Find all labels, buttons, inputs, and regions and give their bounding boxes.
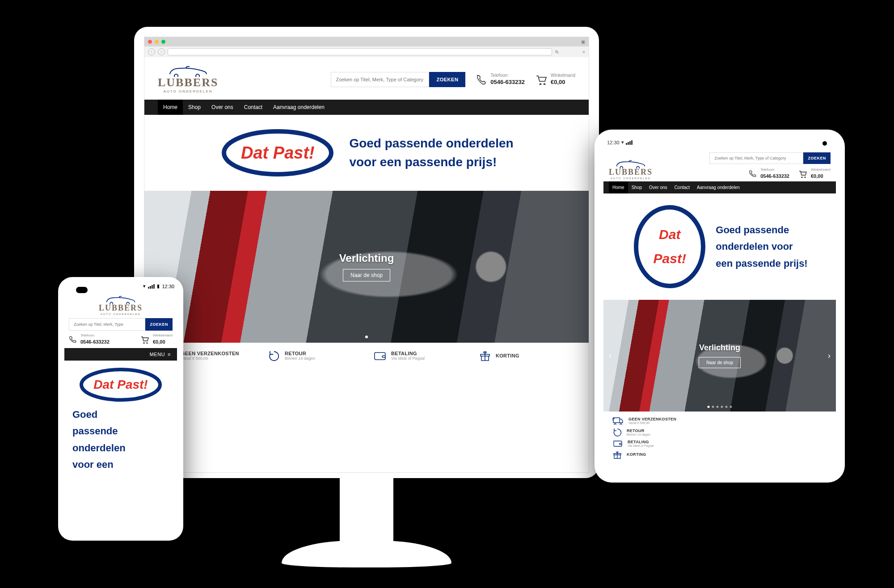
phone-viewport: LUBBERS AUTO ONDERDELEN ZOEKEN Telefoon:… bbox=[64, 293, 177, 532]
cart-amount: €0,00 bbox=[551, 79, 565, 85]
brand-tagline: AUTO ONDERDELEN bbox=[164, 89, 213, 93]
address-bar[interactable] bbox=[168, 48, 552, 55]
wifi-icon: ▾ bbox=[143, 283, 146, 289]
phone-icon bbox=[476, 74, 487, 85]
search-button[interactable]: ZOEKEN bbox=[803, 152, 831, 164]
hero-banner: Dat Past! Goed passende onderdelen voor … bbox=[144, 115, 589, 191]
mobile-menu-toggle[interactable]: MENU ≡ bbox=[64, 348, 177, 361]
search-icon[interactable]: 🔍︎ bbox=[555, 50, 559, 55]
phone-number: 0546-633232 bbox=[490, 79, 525, 85]
shipping-icon bbox=[612, 416, 624, 425]
cart-widget[interactable]: Winkelmand€0,00 bbox=[140, 333, 173, 345]
car-icon bbox=[105, 295, 136, 304]
phone-icon bbox=[749, 170, 757, 178]
nav-shop[interactable]: Shop bbox=[183, 100, 206, 115]
maximize-icon[interactable] bbox=[161, 40, 165, 44]
phone-contact[interactable]: Telefoon:0546-633232 bbox=[749, 168, 789, 180]
carousel-indicator[interactable] bbox=[365, 336, 368, 338]
tablet-viewport: LUBBERS AUTO ONDERDELEN ZOEKEN Telefoon:… bbox=[603, 149, 836, 470]
nav-about[interactable]: Over ons bbox=[645, 181, 671, 193]
dat-past-badge: Dat Past! bbox=[219, 128, 336, 177]
browser-titlebar: ▣ bbox=[144, 37, 589, 46]
phone-mockup: ▾ ▮ 12:30 LUBBERS AUTO ONDERDELEN ZOEKEN… bbox=[58, 277, 183, 541]
dat-past-badge: Dat Past! bbox=[78, 367, 163, 403]
search-button[interactable]: ZOEKEN bbox=[145, 318, 173, 331]
brand-logo[interactable]: LUBBERS AUTO ONDERDELEN bbox=[158, 65, 218, 93]
brand-logo[interactable]: LUBBERS AUTO ONDERDELEN bbox=[99, 295, 143, 315]
site-header: LUBBERS AUTO ONDERDELEN ZOEKEN Telefoon:… bbox=[603, 149, 836, 181]
nav-home[interactable]: Home bbox=[609, 181, 628, 193]
camera-icon bbox=[822, 141, 827, 146]
site-header: LUBBERS AUTO ONDERDELEN ZOEKEN Telefoon:… bbox=[144, 57, 589, 100]
signal-icon bbox=[148, 284, 155, 289]
hamburger-icon: ≡ bbox=[168, 352, 171, 357]
gift-icon bbox=[612, 450, 622, 459]
carousel-indicators[interactable] bbox=[708, 406, 732, 408]
phone-contact[interactable]: Telefoon: 0546-633232 bbox=[476, 73, 525, 86]
search-input[interactable] bbox=[69, 318, 145, 331]
signal-icon bbox=[626, 140, 633, 145]
carousel-prev-button[interactable]: ‹ bbox=[606, 349, 614, 363]
close-icon[interactable] bbox=[148, 40, 152, 44]
carousel-slide: Verlichting Naar de shop bbox=[144, 191, 589, 343]
brand-logo[interactable]: LUBBERS AUTO ONDERDELEN bbox=[609, 160, 653, 180]
feature-return: RETOURBinnen 14 dagen bbox=[612, 428, 715, 437]
nav-home[interactable]: Home bbox=[158, 100, 183, 115]
brand-tagline: AUTO ONDERDELEN bbox=[611, 177, 651, 180]
desktop-viewport: ▣ ‹ › 🔍︎ ≡ LUBBERS AUTO ONDERDELEN bbox=[144, 37, 589, 473]
search-input[interactable] bbox=[331, 72, 429, 87]
tablet-mockup: 12:30 ▾ LUBBERS AUTO ONDERDELEN ZOEKEN bbox=[595, 130, 845, 483]
nav-contact[interactable]: Contact bbox=[239, 100, 268, 115]
carousel-next-button[interactable]: › bbox=[825, 349, 833, 363]
main-nav: Home Shop Over ons Contact Aanvraag onde… bbox=[603, 181, 836, 193]
wallet-icon bbox=[612, 439, 623, 447]
nav-request[interactable]: Aanvraag onderdelen bbox=[268, 100, 330, 115]
feature-return: RETOURBinnen 14 dagen bbox=[268, 350, 360, 361]
cart-widget[interactable]: Winkelmand €0,00 bbox=[536, 73, 575, 86]
phone-icon bbox=[69, 336, 77, 344]
badge-text: Dat Past! bbox=[78, 367, 163, 403]
forward-button[interactable]: › bbox=[158, 48, 165, 55]
feature-payment: BETALINGVia Ideal of Paypal bbox=[373, 350, 465, 361]
status-time: 12:30 bbox=[607, 140, 620, 145]
hero-slogan: Goed passende onderdelen voor een passen… bbox=[716, 222, 807, 272]
wallet-icon bbox=[373, 350, 387, 361]
search-input[interactable] bbox=[709, 152, 803, 164]
shop-button[interactable]: Naar de shop bbox=[699, 357, 741, 368]
menu-label: MENU bbox=[150, 352, 165, 357]
nav-request[interactable]: Aanvraag onderdelen bbox=[693, 181, 743, 193]
monitor-mockup: ▣ ‹ › 🔍︎ ≡ LUBBERS AUTO ONDERDELEN bbox=[134, 27, 599, 478]
nav-shop[interactable]: Shop bbox=[628, 181, 645, 193]
feature-payment: BETALINGVia Ideal of Paypal bbox=[612, 439, 715, 447]
search-form: ZOEKEN bbox=[331, 72, 465, 87]
status-bar: 12:30 ▾ bbox=[603, 139, 836, 149]
badge-text: Dat Past! bbox=[632, 204, 708, 289]
phone-contact[interactable]: Telefoon:0546-633232 bbox=[69, 333, 110, 345]
minimize-icon[interactable] bbox=[155, 40, 159, 44]
tab-icon[interactable]: ▣ bbox=[581, 39, 585, 44]
battery-icon: ▮ bbox=[157, 283, 160, 289]
phone-label: Telefoon: bbox=[490, 73, 525, 78]
cart-icon bbox=[140, 336, 149, 344]
nav-about[interactable]: Over ons bbox=[206, 100, 239, 115]
brand-name: LUBBERS bbox=[609, 168, 653, 177]
cart-widget[interactable]: Winkelmand€0,00 bbox=[798, 168, 831, 180]
hero-banner: Dat Past! Goed passende onderdelen voor … bbox=[64, 361, 177, 479]
menu-icon[interactable]: ≡ bbox=[582, 50, 585, 55]
main-nav: Home Shop Over ons Contact Aanvraag onde… bbox=[144, 100, 589, 115]
feature-discount: KORTING bbox=[612, 450, 715, 459]
nav-contact[interactable]: Contact bbox=[671, 181, 693, 193]
search-button[interactable]: ZOEKEN bbox=[429, 72, 465, 87]
car-icon bbox=[615, 160, 646, 168]
shop-button[interactable]: Naar de shop bbox=[343, 269, 390, 281]
back-button[interactable]: ‹ bbox=[148, 48, 155, 55]
carousel-slide: ‹ Verlichting Naar de shop › bbox=[603, 300, 836, 412]
cart-label: Winkelmand bbox=[551, 73, 575, 78]
hero-slogan: Goed passende onderdelen voor een passen… bbox=[349, 134, 513, 172]
status-time: 12:30 bbox=[162, 284, 174, 289]
brand-name: LUBBERS bbox=[99, 303, 143, 313]
cart-icon bbox=[536, 74, 547, 85]
badge-text: Dat Past! bbox=[219, 128, 336, 177]
gift-icon bbox=[479, 350, 491, 361]
return-icon bbox=[268, 350, 280, 361]
